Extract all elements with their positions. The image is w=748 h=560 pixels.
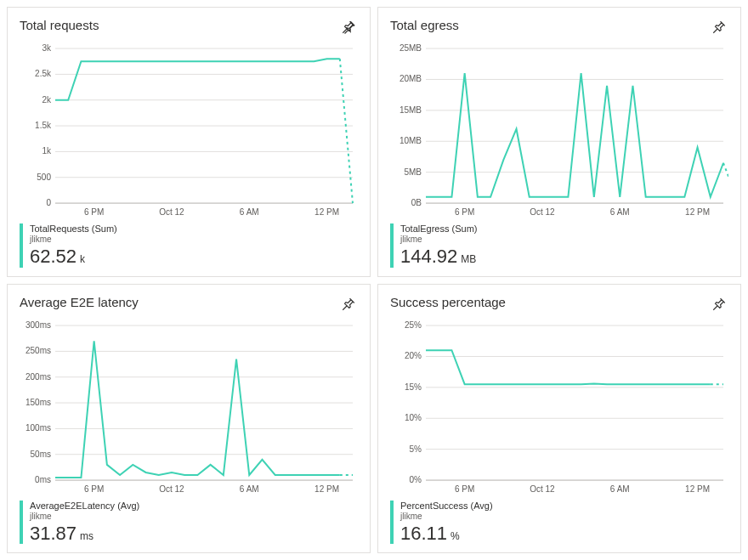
resource-name: jlikme: [30, 235, 358, 245]
value-number: 16.11: [400, 523, 447, 544]
svg-text:12 PM: 12 PM: [314, 207, 339, 217]
svg-text:500: 500: [37, 173, 51, 182]
svg-text:250ms: 250ms: [26, 346, 51, 355]
metric-name: TotalRequests (Sum): [30, 223, 358, 235]
resource-name: jlikme: [400, 512, 728, 522]
metric-summary: PercentSuccess (Avg) jlikme 16.11%: [390, 501, 728, 544]
svg-text:6 PM: 6 PM: [84, 484, 104, 494]
chart-area: 0%5%10%15%20%25%6 PMOct 126 AM12 PM: [390, 320, 728, 495]
svg-text:5MB: 5MB: [404, 167, 422, 177]
value-number: 144.92: [400, 246, 457, 267]
pin-button[interactable]: [339, 295, 358, 314]
svg-text:1k: 1k: [42, 146, 52, 156]
line-chart: 0ms50ms100ms150ms200ms250ms300ms6 PMOct …: [20, 320, 358, 495]
svg-text:1.5k: 1.5k: [35, 121, 52, 130]
svg-text:Oct 12: Oct 12: [530, 484, 555, 494]
metric-name: PercentSuccess (Avg): [400, 501, 728, 512]
tile-header: Total egress: [390, 18, 728, 37]
svg-text:12 PM: 12 PM: [314, 484, 339, 494]
pin-icon: [341, 297, 356, 312]
chart-area: 0B5MB10MB15MB20MB25MB6 PMOct 126 AM12 PM: [390, 43, 728, 218]
tile-title: Total requests: [20, 18, 99, 32]
value-unit: MB: [461, 253, 476, 265]
svg-text:12 PM: 12 PM: [685, 207, 710, 217]
svg-text:0%: 0%: [410, 475, 422, 484]
line-chart: 05001k1.5k2k2.5k3k6 PMOct 126 AM12 PM: [20, 43, 358, 218]
svg-text:10MB: 10MB: [400, 136, 422, 145]
svg-text:Oct 12: Oct 12: [159, 207, 184, 217]
metric-value: 62.52k: [30, 246, 358, 267]
metric-name: AverageE2ELatency (Avg): [30, 501, 358, 512]
svg-text:6 AM: 6 AM: [240, 484, 259, 494]
svg-text:0ms: 0ms: [35, 475, 51, 484]
tile-title: Average E2E latency: [20, 295, 139, 309]
pin-button[interactable]: [710, 295, 728, 314]
svg-text:6 PM: 6 PM: [455, 207, 474, 217]
metric-summary: TotalEgress (Sum) jlikme 144.92MB: [390, 223, 728, 267]
tile-total-egress: Total egress 0B5MB10MB15MB20MB25MB6 PMOc…: [377, 7, 741, 277]
metric-value: 16.11%: [400, 523, 728, 544]
svg-text:6 AM: 6 AM: [610, 484, 630, 494]
metric-summary: TotalRequests (Sum) jlikme 62.52k: [20, 223, 358, 267]
svg-text:12 PM: 12 PM: [685, 484, 710, 494]
svg-text:3k: 3k: [42, 43, 52, 53]
svg-text:Oct 12: Oct 12: [530, 207, 555, 217]
svg-text:50ms: 50ms: [31, 449, 51, 458]
tile-total-requests: Total requests 05001k1.5k2k2.5k3k6 PMOct…: [7, 7, 371, 277]
metric-value: 31.87ms: [30, 523, 358, 544]
value-unit: %: [450, 530, 460, 542]
tile-success-percentage: Success percentage 0%5%10%15%20%25%6 PMO…: [377, 284, 741, 554]
metric-name: TotalEgress (Sum): [400, 223, 728, 235]
svg-text:0B: 0B: [411, 198, 422, 207]
svg-text:5%: 5%: [410, 444, 422, 453]
svg-text:200ms: 200ms: [26, 371, 51, 381]
value-number: 62.52: [30, 246, 76, 267]
svg-text:15MB: 15MB: [400, 105, 422, 115]
tile-title: Success percentage: [390, 295, 506, 309]
svg-text:20%: 20%: [405, 351, 422, 360]
svg-text:6 AM: 6 AM: [240, 207, 259, 217]
tile-header: Success percentage: [390, 295, 728, 314]
pin-icon: [711, 20, 727, 35]
line-chart: 0%5%10%15%20%25%6 PMOct 126 AM12 PM: [390, 320, 728, 495]
svg-text:6 AM: 6 AM: [610, 207, 630, 217]
tile-header: Average E2E latency: [20, 295, 358, 314]
svg-text:150ms: 150ms: [26, 398, 51, 407]
resource-name: jlikme: [30, 512, 358, 522]
chart-area: 05001k1.5k2k2.5k3k6 PMOct 126 AM12 PM: [20, 43, 358, 218]
line-chart: 0B5MB10MB15MB20MB25MB6 PMOct 126 AM12 PM: [390, 43, 728, 218]
svg-text:6 PM: 6 PM: [455, 484, 474, 494]
tile-header: Total requests: [20, 18, 358, 37]
svg-text:20MB: 20MB: [400, 74, 422, 83]
svg-text:300ms: 300ms: [26, 320, 51, 330]
metric-summary: AverageE2ELatency (Avg) jlikme 31.87ms: [20, 501, 358, 544]
pin-icon: [341, 20, 356, 35]
resource-name: jlikme: [400, 235, 728, 245]
svg-text:Oct 12: Oct 12: [159, 484, 184, 494]
chart-area: 0ms50ms100ms150ms200ms250ms300ms6 PMOct …: [20, 320, 358, 495]
tile-average-e2e-latency: Average E2E latency 0ms50ms100ms150ms200…: [7, 284, 371, 554]
value-unit: k: [80, 253, 85, 265]
value-unit: ms: [80, 530, 94, 542]
svg-text:2k: 2k: [42, 95, 52, 105]
dashboard-grid: Total requests 05001k1.5k2k2.5k3k6 PMOct…: [7, 7, 741, 553]
svg-text:0: 0: [46, 198, 51, 207]
svg-text:2.5k: 2.5k: [35, 69, 52, 78]
svg-text:100ms: 100ms: [26, 423, 51, 433]
svg-text:15%: 15%: [405, 382, 422, 391]
pin-button[interactable]: [339, 18, 358, 37]
value-number: 31.87: [30, 523, 76, 544]
tile-title: Total egress: [390, 18, 459, 32]
pin-icon: [711, 297, 727, 312]
svg-text:6 PM: 6 PM: [84, 207, 104, 217]
metric-value: 144.92MB: [400, 246, 728, 267]
svg-text:25MB: 25MB: [400, 43, 422, 53]
svg-text:10%: 10%: [405, 413, 422, 422]
svg-text:25%: 25%: [405, 320, 422, 330]
pin-button[interactable]: [710, 18, 728, 37]
